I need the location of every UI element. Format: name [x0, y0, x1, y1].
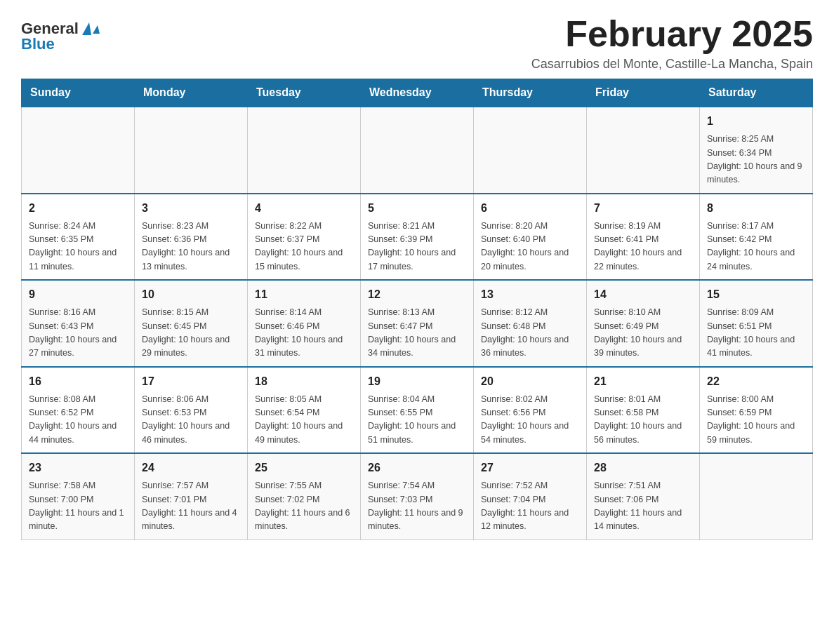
- calendar-table: SundayMondayTuesdayWednesdayThursdayFrid…: [21, 79, 813, 540]
- logo: General Blue: [21, 21, 100, 52]
- day-info: Sunrise: 8:02 AM Sunset: 6:56 PM Dayligh…: [481, 393, 579, 448]
- day-info: Sunrise: 8:06 AM Sunset: 6:53 PM Dayligh…: [142, 393, 240, 448]
- calendar-cell: [248, 107, 361, 194]
- calendar-cell: 27Sunrise: 7:52 AM Sunset: 7:04 PM Dayli…: [474, 453, 587, 539]
- title-block: February 2025 Casarrubios del Monte, Cas…: [531, 14, 813, 72]
- calendar-row: 9Sunrise: 8:16 AM Sunset: 6:43 PM Daylig…: [22, 280, 813, 367]
- day-info: Sunrise: 8:01 AM Sunset: 6:58 PM Dayligh…: [594, 393, 692, 448]
- calendar-cell: [700, 453, 813, 539]
- calendar-cell: 28Sunrise: 7:51 AM Sunset: 7:06 PM Dayli…: [587, 453, 700, 539]
- day-info: Sunrise: 8:16 AM Sunset: 6:43 PM Dayligh…: [29, 306, 127, 361]
- day-number: 7: [594, 200, 692, 217]
- day-number: 12: [368, 286, 466, 303]
- day-info: Sunrise: 7:58 AM Sunset: 7:00 PM Dayligh…: [29, 479, 127, 534]
- day-info: Sunrise: 8:25 AM Sunset: 6:34 PM Dayligh…: [707, 133, 805, 187]
- day-number: 15: [707, 286, 805, 303]
- day-number: 18: [255, 373, 353, 390]
- day-number: 26: [368, 459, 466, 476]
- day-info: Sunrise: 8:22 AM Sunset: 6:37 PM Dayligh…: [255, 220, 353, 274]
- calendar-cell: [587, 107, 700, 194]
- day-info: Sunrise: 8:23 AM Sunset: 6:36 PM Dayligh…: [142, 220, 240, 274]
- day-number: 24: [142, 459, 240, 476]
- day-info: Sunrise: 8:10 AM Sunset: 6:49 PM Dayligh…: [594, 306, 692, 361]
- day-number: 11: [255, 286, 353, 303]
- calendar-cell: 16Sunrise: 8:08 AM Sunset: 6:52 PM Dayli…: [22, 367, 135, 454]
- weekday-header-tuesday: Tuesday: [248, 79, 361, 107]
- day-info: Sunrise: 8:14 AM Sunset: 6:46 PM Dayligh…: [255, 306, 353, 361]
- weekday-header-saturday: Saturday: [700, 79, 813, 107]
- day-number: 19: [368, 373, 466, 390]
- day-number: 3: [142, 200, 240, 217]
- calendar-cell: 13Sunrise: 8:12 AM Sunset: 6:48 PM Dayli…: [474, 280, 587, 367]
- day-info: Sunrise: 7:52 AM Sunset: 7:04 PM Dayligh…: [481, 479, 579, 534]
- calendar-cell: 15Sunrise: 8:09 AM Sunset: 6:51 PM Dayli…: [700, 280, 813, 367]
- calendar-cell: 21Sunrise: 8:01 AM Sunset: 6:58 PM Dayli…: [587, 367, 700, 454]
- logo-blue-text: Blue: [21, 36, 100, 52]
- day-info: Sunrise: 8:12 AM Sunset: 6:48 PM Dayligh…: [481, 306, 579, 361]
- calendar-cell: 1Sunrise: 8:25 AM Sunset: 6:34 PM Daylig…: [700, 107, 813, 194]
- day-number: 22: [707, 373, 805, 390]
- logo-general-text: General: [21, 21, 79, 36]
- day-info: Sunrise: 8:24 AM Sunset: 6:35 PM Dayligh…: [29, 220, 127, 274]
- weekday-header-row: SundayMondayTuesdayWednesdayThursdayFrid…: [22, 79, 813, 107]
- day-number: 9: [29, 286, 127, 303]
- calendar-cell: 22Sunrise: 8:00 AM Sunset: 6:59 PM Dayli…: [700, 367, 813, 454]
- logo-arrows-icon: [80, 22, 100, 35]
- calendar-row: 16Sunrise: 8:08 AM Sunset: 6:52 PM Dayli…: [22, 367, 813, 454]
- weekday-header-monday: Monday: [135, 79, 248, 107]
- calendar-cell: 19Sunrise: 8:04 AM Sunset: 6:55 PM Dayli…: [361, 367, 474, 454]
- day-number: 5: [368, 200, 466, 217]
- calendar-cell: 10Sunrise: 8:15 AM Sunset: 6:45 PM Dayli…: [135, 280, 248, 367]
- page-title: February 2025: [531, 14, 813, 54]
- day-info: Sunrise: 8:05 AM Sunset: 6:54 PM Dayligh…: [255, 393, 353, 448]
- calendar-cell: 18Sunrise: 8:05 AM Sunset: 6:54 PM Dayli…: [248, 367, 361, 454]
- day-info: Sunrise: 8:09 AM Sunset: 6:51 PM Dayligh…: [707, 306, 805, 361]
- day-number: 23: [29, 459, 127, 476]
- day-number: 8: [707, 200, 805, 217]
- day-number: 13: [481, 286, 579, 303]
- day-info: Sunrise: 8:13 AM Sunset: 6:47 PM Dayligh…: [368, 306, 466, 361]
- day-number: 4: [255, 200, 353, 217]
- day-info: Sunrise: 8:17 AM Sunset: 6:42 PM Dayligh…: [707, 220, 805, 274]
- calendar-cell: 11Sunrise: 8:14 AM Sunset: 6:46 PM Dayli…: [248, 280, 361, 367]
- day-number: 14: [594, 286, 692, 303]
- calendar-cell: [361, 107, 474, 194]
- calendar-cell: 25Sunrise: 7:55 AM Sunset: 7:02 PM Dayli…: [248, 453, 361, 539]
- calendar-cell: 23Sunrise: 7:58 AM Sunset: 7:00 PM Dayli…: [22, 453, 135, 539]
- calendar-cell: 26Sunrise: 7:54 AM Sunset: 7:03 PM Dayli…: [361, 453, 474, 539]
- day-info: Sunrise: 8:08 AM Sunset: 6:52 PM Dayligh…: [29, 393, 127, 448]
- page-subtitle: Casarrubios del Monte, Castille-La Manch…: [531, 57, 813, 72]
- calendar-cell: 5Sunrise: 8:21 AM Sunset: 6:39 PM Daylig…: [361, 194, 474, 281]
- calendar-cell: 8Sunrise: 8:17 AM Sunset: 6:42 PM Daylig…: [700, 194, 813, 281]
- weekday-header-sunday: Sunday: [22, 79, 135, 107]
- calendar-header: SundayMondayTuesdayWednesdayThursdayFrid…: [22, 79, 813, 107]
- day-info: Sunrise: 7:51 AM Sunset: 7:06 PM Dayligh…: [594, 479, 692, 534]
- calendar-cell: 3Sunrise: 8:23 AM Sunset: 6:36 PM Daylig…: [135, 194, 248, 281]
- calendar-cell: 17Sunrise: 8:06 AM Sunset: 6:53 PM Dayli…: [135, 367, 248, 454]
- day-number: 1: [707, 113, 805, 130]
- calendar-cell: 4Sunrise: 8:22 AM Sunset: 6:37 PM Daylig…: [248, 194, 361, 281]
- day-info: Sunrise: 8:15 AM Sunset: 6:45 PM Dayligh…: [142, 306, 240, 361]
- calendar-cell: 20Sunrise: 8:02 AM Sunset: 6:56 PM Dayli…: [474, 367, 587, 454]
- day-number: 17: [142, 373, 240, 390]
- calendar-cell: [135, 107, 248, 194]
- calendar-cell: 6Sunrise: 8:20 AM Sunset: 6:40 PM Daylig…: [474, 194, 587, 281]
- calendar-cell: 14Sunrise: 8:10 AM Sunset: 6:49 PM Dayli…: [587, 280, 700, 367]
- day-number: 10: [142, 286, 240, 303]
- weekday-header-friday: Friday: [587, 79, 700, 107]
- day-info: Sunrise: 8:21 AM Sunset: 6:39 PM Dayligh…: [368, 220, 466, 274]
- day-number: 27: [481, 459, 579, 476]
- day-info: Sunrise: 8:19 AM Sunset: 6:41 PM Dayligh…: [594, 220, 692, 274]
- calendar-row: 23Sunrise: 7:58 AM Sunset: 7:00 PM Dayli…: [22, 453, 813, 539]
- calendar-cell: [474, 107, 587, 194]
- day-info: Sunrise: 7:57 AM Sunset: 7:01 PM Dayligh…: [142, 479, 240, 534]
- day-number: 6: [481, 200, 579, 217]
- calendar-row: 1Sunrise: 8:25 AM Sunset: 6:34 PM Daylig…: [22, 107, 813, 194]
- calendar-cell: 9Sunrise: 8:16 AM Sunset: 6:43 PM Daylig…: [22, 280, 135, 367]
- calendar-cell: [22, 107, 135, 194]
- calendar-cell: 12Sunrise: 8:13 AM Sunset: 6:47 PM Dayli…: [361, 280, 474, 367]
- calendar-row: 2Sunrise: 8:24 AM Sunset: 6:35 PM Daylig…: [22, 194, 813, 281]
- day-info: Sunrise: 7:54 AM Sunset: 7:03 PM Dayligh…: [368, 479, 466, 534]
- page-header: General Blue February 2025 Casarrubios d…: [21, 14, 813, 72]
- day-number: 25: [255, 459, 353, 476]
